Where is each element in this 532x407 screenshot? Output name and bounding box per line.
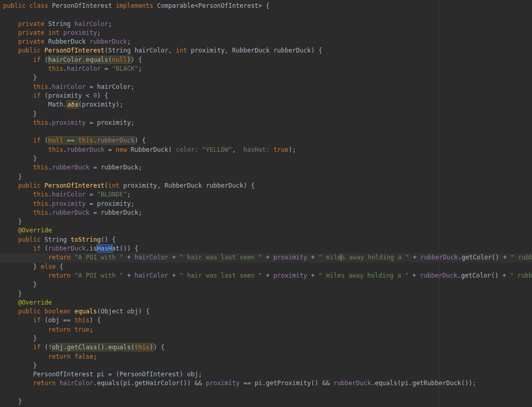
keyword-this: this — [33, 209, 48, 216]
param-name: hairColor — [48, 56, 82, 63]
code-line[interactable] — [0, 10, 532, 19]
keyword-this: this — [33, 119, 48, 126]
type-name: PersonOfInterest — [52, 2, 112, 9]
code-line[interactable]: this.rubberDuck = rubberDuck; — [0, 163, 532, 172]
code-line[interactable] — [0, 388, 532, 397]
keyword-this: this — [48, 146, 63, 153]
code-line[interactable]: return "A POI with " + hairColor + " hai… — [0, 271, 532, 280]
code-line[interactable]: PersonOfInterest pi = (PersonOfInterest)… — [0, 370, 532, 379]
code-line[interactable]: } — [0, 154, 532, 163]
code-line[interactable]: if (null == this.rubberDuck) { — [0, 136, 532, 145]
string-literal: "A POI with " — [74, 254, 123, 261]
code-line[interactable]: this.proximity = proximity; — [0, 200, 532, 208]
string-literal: " hair was last seen " — [180, 272, 262, 279]
code-line[interactable]: this.rubberDuck = rubberDuck; — [0, 208, 532, 217]
keyword-public: public — [18, 308, 41, 315]
type-name: String — [45, 236, 67, 243]
local-var: pi — [255, 379, 262, 387]
field-name: hairColor — [135, 272, 168, 279]
code-line[interactable]: public PersonOfInterest(String hairColor… — [0, 46, 532, 55]
keyword-false: false — [74, 353, 93, 360]
text: PersonOfInterest — [198, 2, 259, 9]
method-call: getProximity — [266, 379, 311, 387]
keyword-if: if — [33, 56, 41, 63]
code-line[interactable]: @Override — [0, 226, 532, 235]
inspection-highlight[interactable]: abs — [67, 101, 78, 108]
string-literal: " miles away holding a " — [318, 254, 409, 261]
keyword-null: null — [48, 137, 63, 144]
keyword-public: public — [18, 236, 41, 243]
code-line[interactable]: } — [0, 334, 532, 343]
field-name: hairColor — [67, 65, 101, 72]
keyword-true: true — [74, 326, 89, 333]
type-name: Object — [101, 308, 123, 315]
code-line[interactable]: @Override — [0, 298, 532, 307]
code-line[interactable]: } — [0, 290, 532, 298]
code-line[interactable]: } — [0, 217, 532, 226]
code-editor[interactable]: public class PersonOfInterest implements… — [0, 0, 532, 406]
method-call: equals — [86, 56, 108, 63]
keyword-this: this — [33, 164, 48, 171]
field-name: rubberDuck — [420, 272, 457, 279]
type-name: RubberDuck — [165, 182, 202, 189]
inspection-highlight[interactable]: null == this.rubberDuck — [48, 137, 135, 144]
code-line[interactable]: } — [0, 110, 532, 119]
code-line[interactable]: if (hairColor.equals(null)) { — [0, 56, 532, 64]
text: s away holding a " — [341, 254, 409, 261]
code-line[interactable]: this.rubberDuck = new RubberDuck( color:… — [0, 146, 532, 154]
code-line[interactable]: this.proximity = proximity; — [0, 119, 532, 127]
keyword-private: private — [18, 20, 45, 28]
code-line[interactable] — [0, 127, 532, 136]
string-literal: " hair was last seen " — [180, 254, 262, 261]
selection-highlight[interactable]: HasH — [97, 245, 112, 252]
keyword-private: private — [18, 38, 45, 45]
code-line[interactable]: } — [0, 361, 532, 370]
code-line[interactable]: public class PersonOfInterest implements… — [0, 2, 532, 10]
string-literal: "A POI with " — [74, 272, 123, 279]
code-line[interactable]: private int proximity; — [0, 29, 532, 37]
code-line[interactable]: if (rubberDuck.isHasHat()) { — [0, 244, 532, 253]
code-line[interactable]: return true; — [0, 325, 532, 334]
type-name: PersonOfInterest — [119, 371, 180, 378]
string-literal: "BLACK" — [112, 65, 139, 72]
code-line[interactable]: this.hairColor = hairColor; — [0, 83, 532, 91]
code-line[interactable]: return hairColor.equals(pi.getHairColor(… — [0, 379, 532, 388]
code-line[interactable]: } — [0, 397, 532, 406]
text: Comparable — [157, 2, 194, 9]
constructor-name: PersonOfInterest — [45, 47, 105, 54]
code-line[interactable]: } — [0, 73, 532, 82]
annotation: @Override — [18, 227, 52, 234]
keyword-this: this — [78, 137, 94, 144]
keyword-if: if — [33, 245, 41, 252]
param-name: proximity — [191, 47, 224, 54]
keyword-this: this — [135, 344, 150, 351]
code-line[interactable]: public String toString() { — [0, 235, 532, 244]
code-line[interactable]: } — [0, 280, 532, 289]
code-line[interactable]: if (obj == this) { — [0, 316, 532, 325]
code-line[interactable]: } else { — [0, 262, 532, 271]
field-name: rubberDuck — [52, 209, 89, 216]
code-line[interactable]: this.hairColor = "BLONDE"; — [0, 190, 532, 199]
inspection-highlight[interactable]: hairColor.equals(null) — [48, 56, 131, 63]
keyword-if: if — [33, 344, 41, 351]
param-name: rubberDuck — [101, 209, 138, 216]
code-line[interactable]: if (proximity < 0) { — [0, 91, 532, 100]
code-line[interactable]: Math.abs(proximity); — [0, 100, 532, 109]
code-line[interactable]: public boolean equals(Object obj) { — [0, 307, 532, 316]
code-line[interactable]: public PersonOfInterest(int proximity, R… — [0, 181, 532, 190]
param-hint: color: — [172, 146, 202, 153]
code-line[interactable]: this.hairColor = "BLACK"; — [0, 64, 532, 73]
code-line[interactable]: } — [0, 173, 532, 181]
keyword-return: return — [48, 326, 71, 333]
code-line-caret[interactable]: return "A POI with " + hairColor + " hai… — [0, 253, 532, 262]
keyword-this: this — [33, 200, 48, 207]
inspection-highlight[interactable]: obj.getClass().equals(this) — [52, 344, 153, 351]
param-name: proximity — [48, 92, 82, 99]
code-line[interactable]: if (!obj.getClass().equals(this)) { — [0, 343, 532, 352]
keyword-implements: implements — [116, 2, 153, 9]
code-line[interactable]: private String hairColor; — [0, 20, 532, 29]
method-call: getColor — [461, 272, 491, 279]
code-line[interactable]: private RubberDuck rubberDuck; — [0, 37, 532, 46]
code-line[interactable]: return false; — [0, 352, 532, 361]
text: " mile — [318, 254, 341, 261]
